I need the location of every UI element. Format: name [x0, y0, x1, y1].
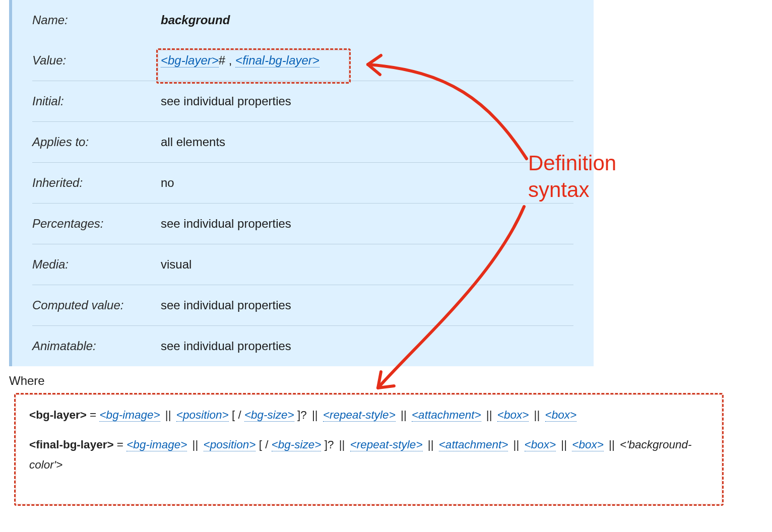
syntax-term-link[interactable]: <position> — [176, 409, 229, 422]
syntax-term-link[interactable]: <repeat-style> — [350, 438, 423, 451]
syntax-term-link[interactable]: <bg-size> — [244, 409, 294, 422]
syntax-text: # , — [219, 53, 235, 67]
syntax-operator: || — [160, 409, 176, 421]
syntax-operator: || — [604, 438, 620, 451]
syntax-operator: || — [508, 438, 524, 451]
syntax-term-link[interactable]: <bg-size> — [272, 438, 321, 451]
propdef-value: see individual properties — [161, 205, 573, 243]
syntax-operator: || — [481, 409, 497, 421]
propdef-row-name: Name: background — [32, 0, 573, 40]
syntax-operator: || — [529, 409, 545, 421]
propdef-row-initial: Initial: see individual properties — [32, 81, 573, 122]
syntax-operator: || — [310, 409, 323, 421]
definitions-block: <bg-layer> = <bg-image> || <position> [ … — [15, 394, 719, 487]
equals-sign: = — [117, 438, 126, 451]
syntax-text: [ / — [255, 438, 271, 451]
value-syntax-expression: <bg-layer># , <final-bg-layer> — [156, 51, 325, 70]
propdef-value: see individual properties — [161, 286, 573, 324]
definition-bg-layer: <bg-layer> = <bg-image> || <position> [ … — [29, 405, 704, 426]
propdef-label: Value: — [32, 41, 161, 80]
syntax-term-link[interactable]: <bg-layer> — [161, 53, 219, 68]
syntax-term-link[interactable]: <bg-image> — [126, 438, 187, 451]
syntax-term-link[interactable]: <final-bg-layer> — [235, 53, 319, 68]
propdef-value-syntax: <bg-layer># , <final-bg-layer> — [161, 41, 573, 80]
syntax-operator: || — [396, 409, 412, 421]
syntax-operator: || — [337, 438, 350, 451]
propdef-row-computed: Computed value: see individual propertie… — [32, 285, 573, 326]
production-name: <final-bg-layer> — [29, 438, 114, 451]
equals-sign: = — [90, 409, 99, 421]
definition-final-bg-layer: <final-bg-layer> = <bg-image> || <positi… — [29, 435, 704, 476]
syntax-text: ]? — [321, 438, 337, 451]
propdef-label: Media: — [32, 245, 161, 284]
where-heading: Where — [9, 374, 45, 388]
syntax-term-link[interactable]: <box> — [545, 409, 577, 422]
syntax-text: [ / — [229, 409, 244, 421]
propdef-label: Applies to: — [32, 123, 161, 161]
definition-tokens: <bg-image> || <position> [ / <bg-size> ]… — [99, 409, 576, 422]
propdef-row-value: Value: <bg-layer># , <final-bg-layer> — [32, 40, 573, 81]
syntax-operator: || — [556, 438, 572, 451]
propdef-value: all elements — [161, 123, 573, 161]
propdef-value: no — [161, 164, 573, 202]
propdef-label: Name: — [32, 1, 161, 39]
syntax-term-link[interactable]: <box> — [525, 438, 556, 451]
definition-tokens: <bg-image> || <position> [ / <bg-size> ]… — [29, 438, 692, 472]
syntax-term-link[interactable]: <attachment> — [412, 409, 481, 422]
production-name: <bg-layer> — [29, 409, 87, 421]
propdef-label: Initial: — [32, 82, 161, 120]
syntax-term-link[interactable]: <attachment> — [439, 438, 508, 451]
syntax-term-link[interactable]: <repeat-style> — [323, 409, 396, 422]
propdef-label: Percentages: — [32, 205, 161, 243]
propdef-row-appliesto: Applies to: all elements — [32, 122, 573, 163]
syntax-term-link[interactable]: <bg-image> — [99, 409, 160, 422]
propdef-row-animatable: Animatable: see individual properties — [32, 326, 573, 366]
property-name: background — [161, 13, 230, 27]
propdef-row-media: Media: visual — [32, 244, 573, 285]
propdef-label: Computed value: — [32, 286, 161, 324]
propdef-row-percentages: Percentages: see individual properties — [32, 204, 573, 244]
propdef-value: see individual properties — [161, 327, 573, 365]
propdef-label: Animatable: — [32, 327, 161, 365]
propdef-value-name: background — [161, 1, 573, 39]
property-definition-table: Name: background Value: <bg-layer># , <f… — [9, 0, 594, 366]
syntax-operator: || — [423, 438, 439, 451]
syntax-term-link[interactable]: <box> — [572, 438, 604, 451]
annotation-label: Definitionsyntax — [528, 150, 616, 203]
propdef-label: Inherited: — [32, 164, 161, 202]
propdef-value: visual — [161, 245, 573, 284]
syntax-term-link[interactable]: <position> — [204, 438, 256, 451]
propdef-value: see individual properties — [161, 82, 573, 120]
syntax-term-link[interactable]: <box> — [497, 409, 529, 422]
syntax-text: ]? — [294, 409, 310, 421]
syntax-operator: || — [187, 438, 203, 451]
propdef-row-inherited: Inherited: no — [32, 163, 573, 204]
